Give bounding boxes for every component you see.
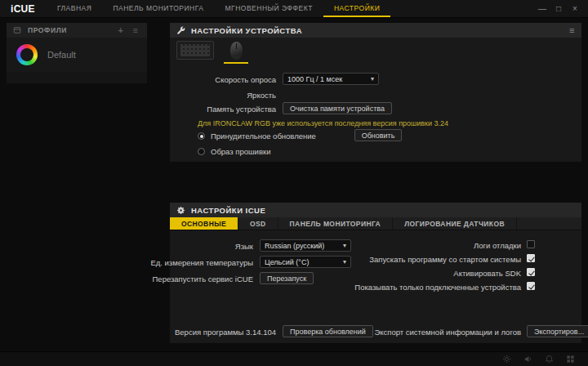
menu-item-instant-lighting[interactable]: МГНОВЕННЫЙ ЭФФЕКТ	[214, 0, 323, 17]
titlebar: iCUE ГЛАВНАЯ ПАНЕЛЬ МОНИТОРИНГА МГНОВЕНН…	[0, 0, 588, 18]
firmware-image-label: Образ прошивки	[211, 147, 270, 156]
device-settings-title: НАСТРОЙКИ УСТРОЙСТВА	[191, 26, 302, 35]
enable-sdk-label: Активировать SDK	[453, 269, 521, 278]
clear-memory-button[interactable]: Очистка памяти устройства	[283, 102, 392, 114]
temperature-unit-label: Ед. измерения температуры	[150, 258, 253, 267]
export-logs-label: Экспорт системной информации и логов	[374, 328, 521, 337]
menu-item-home[interactable]: ГЛАВНАЯ	[47, 0, 103, 17]
tab-general[interactable]: ОСНОВНЫЕ	[170, 217, 238, 230]
lighting-brightness-icon[interactable]	[502, 355, 511, 364]
menu-item-settings[interactable]: НАСТРОЙКИ	[323, 0, 390, 17]
firmware-image-radio[interactable]	[198, 148, 205, 155]
profiles-title: ПРОФИЛИ	[28, 26, 67, 34]
chevron-down-icon: ▾	[343, 258, 346, 266]
icue-settings-header: НАСТРОЙКИ ICUE	[170, 203, 581, 217]
device-settings-panel: НАСТРОЙКИ УСТРОЙСТВА ≡ Скорость опроса 1…	[170, 23, 581, 162]
force-update-radio-row[interactable]: Принудительное обновление	[198, 132, 316, 141]
enable-sdk-checkbox[interactable]	[527, 268, 535, 276]
device-tab-keyboard[interactable]	[176, 41, 214, 64]
language-label: Язык	[235, 242, 253, 251]
app-logo: iCUE	[0, 0, 47, 17]
icue-settings-title: НАСТРОЙКИ ICUE	[191, 206, 265, 215]
check-updates-button[interactable]: Проверка обновлений	[283, 325, 373, 337]
chevron-down-icon: ▾	[343, 242, 346, 249]
update-button[interactable]: Обновить	[354, 129, 402, 141]
polling-rate-select[interactable]: 1000 Гц / 1 мсек ▾	[283, 73, 379, 85]
profiles-header: ПРОФИЛИ + ≡	[7, 23, 147, 38]
statusbar	[0, 351, 588, 366]
tab-dashboard[interactable]: ПАНЕЛЬ МОНИТОРИНГА	[278, 217, 394, 230]
menu-item-dashboard[interactable]: ПАНЕЛЬ МОНИТОРИНГА	[102, 0, 214, 17]
debug-logs-checkbox[interactable]	[527, 240, 535, 248]
device-memory-label: Память устройства	[207, 105, 276, 114]
tab-osd[interactable]: OSD	[238, 217, 278, 230]
device-settings-header: НАСТРОЙКИ УСТРОЙСТВА ≡	[170, 23, 581, 38]
device-selector	[176, 41, 248, 64]
add-profile-icon[interactable]: +	[116, 26, 126, 35]
connected-only-checkbox[interactable]	[527, 282, 535, 290]
language-select[interactable]: Russian (русский) ▾	[260, 239, 351, 252]
notifications-bell-icon[interactable]	[545, 355, 554, 364]
export-logs-button[interactable]: Экспортиров...	[527, 325, 588, 337]
profiles-icon	[13, 26, 23, 34]
temperature-unit-select[interactable]: Цельсий (°C) ▾	[260, 256, 351, 268]
chevron-down-icon: ▾	[371, 75, 374, 83]
gear-icon	[176, 206, 185, 215]
audio-icon[interactable]	[523, 355, 532, 364]
profile-color-icon	[16, 44, 38, 65]
firmware-image-radio-row[interactable]: Образ прошивки	[198, 147, 270, 156]
icue-app-window: iCUE ГЛАВНАЯ ПАНЕЛЬ МОНИТОРИНГА МГНОВЕНН…	[0, 0, 588, 366]
device-tab-mouse[interactable]	[224, 42, 248, 64]
autostart-checkbox[interactable]	[527, 254, 535, 262]
tab-sensor-logging[interactable]: ЛОГИРОВАНИЕ ДАТЧИКОВ	[393, 217, 517, 230]
mouse-thumbnail-icon	[230, 42, 243, 60]
panel-menu-icon[interactable]: ≡	[569, 25, 575, 35]
temperature-unit-value: Цельсий (°C)	[265, 258, 309, 266]
firmware-notice: Для IRONCLAW RGB уже используется послед…	[198, 119, 448, 127]
language-value: Russian (русский)	[265, 242, 324, 250]
connected-only-label: Показывать только подключенные устройств…	[354, 283, 521, 292]
icue-settings-panel: НАСТРОЙКИ ICUE ОСНОВНЫЕ OSD ПАНЕЛЬ МОНИТ…	[170, 203, 581, 343]
keyboard-thumbnail-icon	[176, 41, 214, 60]
app-version-label: Версия программы 3.14.104	[175, 328, 276, 337]
profiles-menu-icon[interactable]: ≡	[131, 26, 140, 35]
layout-grid-icon[interactable]	[566, 355, 575, 364]
wrench-icon	[176, 26, 185, 35]
window-controls: — □ ×	[534, 0, 588, 17]
profile-item-default[interactable]: Default	[7, 38, 147, 72]
restart-service-button[interactable]: Перезапуск	[260, 272, 314, 284]
icue-tabs: ОСНОВНЫЕ OSD ПАНЕЛЬ МОНИТОРИНГА ЛОГИРОВА…	[170, 217, 581, 230]
force-update-label: Принудительное обновление	[211, 132, 316, 141]
minimize-button[interactable]: —	[534, 4, 550, 13]
brightness-label: Яркость	[247, 91, 276, 100]
polling-rate-label: Скорость опроса	[215, 75, 276, 84]
main-menu: ГЛАВНАЯ ПАНЕЛЬ МОНИТОРИНГА МГНОВЕННЫЙ ЭФ…	[47, 0, 390, 17]
polling-rate-value: 1000 Гц / 1 мсек	[287, 75, 342, 83]
force-update-radio[interactable]	[198, 132, 205, 140]
debug-logs-label: Логи отладки	[474, 241, 521, 250]
profile-name: Default	[47, 50, 76, 60]
autostart-label: Запускать программу со стартом системы	[369, 255, 521, 264]
maximize-button[interactable]: □	[550, 4, 567, 13]
profiles-panel: ПРОФИЛИ + ≡ Default	[7, 23, 147, 83]
restart-service-label: Перезапустить сервис iCUE	[153, 274, 253, 283]
close-button[interactable]: ×	[567, 4, 583, 13]
